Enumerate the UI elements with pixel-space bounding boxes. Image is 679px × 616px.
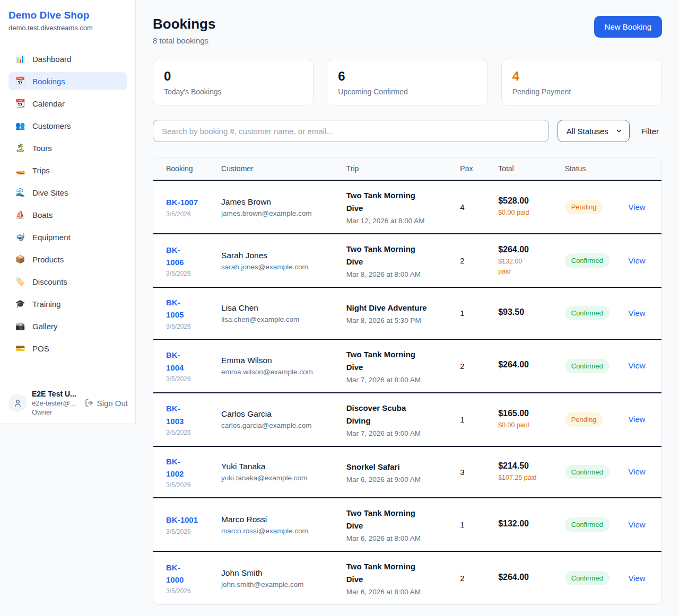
sidebar-nav: 📊 Dashboard 📅 Bookings 📆 Calendar 👥 Cust…: [0, 40, 135, 382]
total-amount: $264.00: [498, 573, 547, 582]
booking-id-link[interactable]: BK- 1005: [166, 296, 204, 321]
view-link[interactable]: View: [628, 203, 645, 212]
column-header-trip: Trip: [338, 157, 452, 180]
sidebar-item-pos[interactable]: 💳 POS: [8, 339, 127, 357]
nav-item-label: Customers: [32, 121, 71, 130]
sign-out-label: Sign Out: [97, 399, 128, 408]
nav-item-icon: 👥: [15, 121, 25, 130]
table-row: BK-1007 3/5/2026 James Brown james.brown…: [153, 180, 661, 234]
status-badge: Pending: [565, 200, 603, 214]
trip-name: Two Tank Morning Dive: [346, 189, 443, 215]
sidebar-item-tours[interactable]: 🏝️ Tours: [8, 139, 127, 157]
status-cell: Pending: [556, 180, 620, 234]
stat-card: 4 Pending Payment: [501, 59, 662, 106]
bookings-table-card: Booking Customer Trip Pax Total Status B…: [153, 157, 662, 605]
customer-name: Lisa Chen: [221, 303, 329, 313]
customer-name: Sarah Jones: [221, 251, 329, 260]
search-input[interactable]: [153, 120, 549, 142]
trip-name: Night Dive Adventure: [346, 302, 443, 314]
sidebar-item-trips[interactable]: 🚤 Trips: [8, 161, 127, 179]
new-booking-button[interactable]: New Booking: [594, 16, 662, 38]
status-select[interactable]: All Statuses: [558, 120, 630, 142]
total-cell: $528.00 $0.00 paid: [490, 180, 556, 234]
sign-out-button[interactable]: Sign Out: [85, 399, 128, 408]
status-cell: Confirmed: [556, 339, 620, 393]
status-select-wrap: All Statuses: [558, 120, 630, 142]
view-link[interactable]: View: [628, 415, 645, 424]
booking-id-link[interactable]: BK- 1006: [166, 244, 204, 269]
main-content: Bookings 8 total bookings New Booking 0 …: [136, 0, 679, 613]
pax-value: 4: [460, 203, 481, 212]
booking-id-link[interactable]: BK- 1000: [166, 561, 204, 586]
sidebar-item-customers[interactable]: 👥 Customers: [8, 117, 127, 135]
actions-cell: View: [620, 551, 661, 604]
booking-date: 3/5/2026: [166, 270, 204, 277]
filter-button[interactable]: Filter: [638, 127, 662, 136]
view-link[interactable]: View: [628, 467, 645, 476]
customer-email: john.smith@example.com: [221, 580, 329, 588]
view-link[interactable]: View: [628, 574, 645, 583]
nav-item-label: Dive Sites: [32, 188, 68, 197]
total-amount: $264.00: [498, 360, 547, 369]
column-header-booking: Booking: [153, 157, 213, 180]
sidebar-item-boats[interactable]: ⛵ Boats: [8, 206, 127, 224]
table-row: BK- 1005 3/5/2026 Lisa Chen lisa.chen@ex…: [153, 287, 661, 339]
customer-cell: John Smith john.smith@example.com: [213, 551, 338, 604]
stat-label: Pending Payment: [512, 87, 651, 96]
customer-cell: Sarah Jones sarah.jones@example.com: [213, 234, 338, 287]
trip-name: Two Tank Morning Dive: [346, 507, 443, 532]
sidebar-item-training[interactable]: 🎓 Training: [8, 295, 127, 313]
logout-icon: [85, 399, 93, 407]
trip-cell: Two Tank Morning Dive Mar 7, 2026 at 8:0…: [338, 339, 452, 393]
sidebar-item-products[interactable]: 📦 Products: [8, 250, 127, 268]
bookings-table-body: BK-1007 3/5/2026 James Brown james.brown…: [153, 180, 661, 604]
sidebar-item-calendar[interactable]: 📆 Calendar: [8, 94, 127, 112]
actions-cell: View: [620, 446, 661, 498]
booking-cell: BK- 1003 3/5/2026: [153, 393, 213, 446]
total-amount: $264.00: [498, 245, 547, 254]
paid-amount: $107.25 paid: [498, 473, 547, 483]
user-panel: E2E Test U... e2e-tester@... Owner Sign …: [0, 382, 135, 424]
table-row: BK- 1003 3/5/2026 Carlos Garcia carlos.g…: [153, 393, 661, 446]
sidebar-item-gallery[interactable]: 📸 Gallery: [8, 317, 127, 335]
column-header-pax: Pax: [451, 157, 490, 180]
pax-value: 2: [460, 256, 481, 265]
trip-cell: Discover Scuba Diving Mar 7, 2026 at 9:0…: [338, 393, 452, 446]
booking-id-link[interactable]: BK-1001: [166, 514, 204, 526]
nav-item-icon: 🤿: [15, 232, 25, 242]
total-cell: $165.00 $0.00 paid: [490, 393, 556, 446]
nav-item-icon: 📆: [15, 99, 25, 108]
view-link[interactable]: View: [628, 309, 645, 318]
trip-name: Snorkel Safari: [346, 461, 443, 473]
sidebar-item-discounts[interactable]: 🏷️ Discounts: [8, 272, 127, 291]
nav-item-label: Dashboard: [32, 55, 71, 64]
nav-item-icon: 📦: [15, 254, 25, 264]
sidebar-item-dashboard[interactable]: 📊 Dashboard: [8, 50, 127, 68]
view-link[interactable]: View: [628, 256, 645, 265]
customer-cell: Marco Rossi marco.rossi@example.com: [213, 498, 338, 551]
booking-date: 3/5/2026: [166, 210, 204, 218]
booking-cell: BK- 1004 3/5/2026: [153, 339, 213, 393]
view-link[interactable]: View: [628, 361, 645, 370]
view-link[interactable]: View: [628, 520, 645, 529]
nav-item-icon: 🏝️: [15, 143, 25, 153]
booking-id-link[interactable]: BK-1007: [166, 196, 204, 208]
booking-id-link[interactable]: BK- 1002: [166, 455, 204, 480]
stat-value: 4: [512, 69, 651, 84]
sidebar-item-equipment[interactable]: 🤿 Equipment: [8, 228, 127, 246]
customer-name: Yuki Tanaka: [221, 462, 329, 471]
pax-cell: 2: [451, 551, 490, 604]
sidebar-item-bookings[interactable]: 📅 Bookings: [8, 72, 127, 90]
trip-cell: Two Tank Morning Dive Mar 6, 2026 at 8:0…: [338, 551, 452, 604]
customer-cell: Yuki Tanaka yuki.tanaka@example.com: [213, 446, 338, 498]
booking-id-link[interactable]: BK- 1004: [166, 349, 204, 374]
trip-cell: Snorkel Safari Mar 6, 2026 at 9:00 AM: [338, 446, 452, 498]
table-row: BK- 1000 3/5/2026 John Smith john.smith@…: [153, 551, 661, 604]
stat-label: Today's Bookings: [164, 87, 302, 96]
sidebar-item-dive-sites[interactable]: 🌊 Dive Sites: [8, 183, 127, 201]
stat-card: 0 Today's Bookings: [153, 59, 314, 106]
booking-id-link[interactable]: BK- 1003: [166, 402, 204, 427]
nav-item-icon: 📸: [15, 321, 25, 331]
booking-cell: BK- 1002 3/5/2026: [153, 446, 213, 498]
shop-domain: demo.test.divestreams.com: [8, 24, 127, 32]
